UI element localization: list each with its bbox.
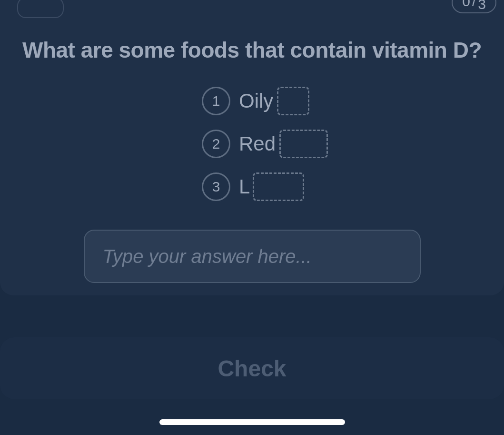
score-slash: / [471,0,477,9]
score-total: 3 [478,0,486,11]
home-indicator [159,419,345,425]
answer-number-3: 3 [202,172,230,201]
answer-row-1: 1 Oily [202,87,309,115]
answer-input[interactable] [84,230,421,283]
answer-text-1: Oily [239,87,309,115]
answer-text-3: L [239,172,304,201]
answer-blank-3[interactable] [253,172,304,201]
answer-prefix-2: Red [239,132,276,155]
input-wrap [14,230,490,283]
score-pill: 0 / 3 [452,0,496,13]
question-text: What are some foods that contain vitamin… [14,37,490,63]
answer-row-2: 2 Red [202,130,328,158]
top-left-box[interactable] [17,0,64,18]
header-row: 0 / 3 [14,0,490,24]
answer-text-2: Red [239,130,328,158]
check-button[interactable]: Check [0,337,504,399]
answer-blank-2[interactable] [279,130,328,158]
quiz-card: 0 / 3 What are some foods that contain v… [0,0,504,295]
answer-blank-1[interactable] [277,87,309,115]
score-current: 0 [462,0,470,9]
answer-row-3: 3 L [202,172,304,201]
answer-number-2: 2 [202,130,230,158]
answer-prefix-3: L [239,175,250,198]
answers-list: 1 Oily 2 Red 3 L [14,87,490,201]
answer-number-1: 1 [202,87,230,115]
answer-prefix-1: Oily [239,90,273,112]
